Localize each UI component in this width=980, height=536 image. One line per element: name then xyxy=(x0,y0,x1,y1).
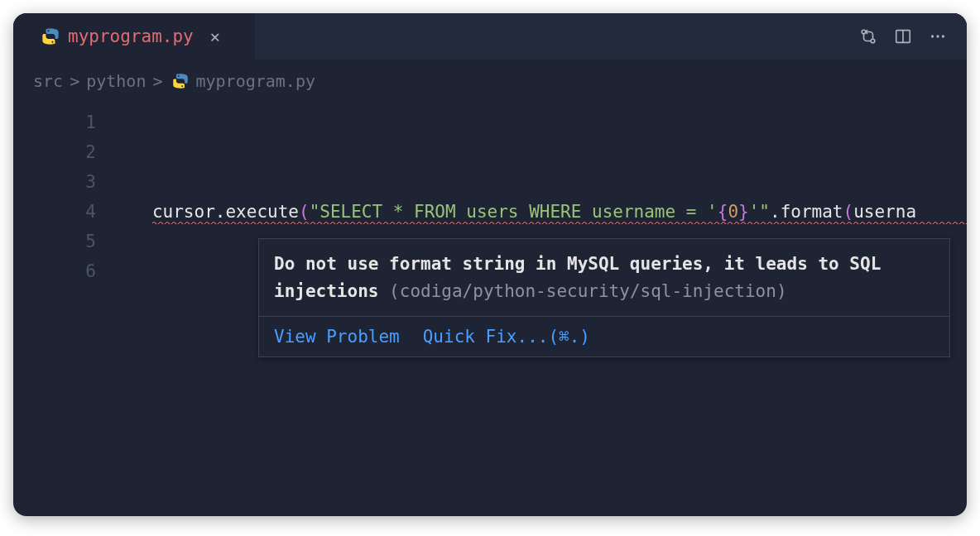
chevron-right-icon: > xyxy=(70,71,79,91)
problem-actions: View Problem Quick Fix...(⌘.) xyxy=(259,317,949,357)
code-line-1[interactable] xyxy=(121,108,967,137)
close-icon[interactable]: ✕ xyxy=(207,28,223,45)
tab-filename: myprogram.py xyxy=(68,26,194,46)
breadcrumb: src > python > myprogram.py xyxy=(13,60,967,98)
line-number: 6 xyxy=(13,256,96,286)
svg-point-6 xyxy=(942,35,944,37)
breadcrumb-item-file[interactable]: myprogram.py xyxy=(195,71,315,91)
quick-fix-link[interactable]: Quick Fix...(⌘.) xyxy=(423,327,590,347)
line-number: 4 xyxy=(13,197,96,227)
view-problem-link[interactable]: View Problem xyxy=(274,327,400,347)
chevron-right-icon: > xyxy=(152,71,162,91)
more-actions-icon[interactable] xyxy=(929,27,947,45)
line-gutter: 1 2 3 4 5 6 xyxy=(13,108,121,286)
breadcrumb-item-python[interactable]: python xyxy=(86,71,146,91)
file-tab[interactable]: myprogram.py ✕ xyxy=(26,13,238,60)
python-icon xyxy=(41,27,60,45)
line-number: 1 xyxy=(13,108,96,137)
toolbar-right xyxy=(839,13,967,60)
editor-area[interactable]: 1 2 3 4 5 6 cursor.execute("SELECT * FRO… xyxy=(13,98,967,286)
problem-hover-tooltip: Do not use format string in MySQL querie… xyxy=(258,238,950,357)
line-number: 2 xyxy=(13,137,96,167)
error-squiggle xyxy=(152,221,967,224)
code-line-3[interactable] xyxy=(121,167,967,197)
code-line-2[interactable] xyxy=(121,137,967,167)
svg-point-5 xyxy=(936,35,939,37)
problem-message: Do not use format string in MySQL querie… xyxy=(259,239,949,317)
editor-window: myprogram.py ✕ xyxy=(13,13,967,516)
problem-rule-id: (codiga/python-security/sql-injection) xyxy=(389,281,786,301)
svg-point-4 xyxy=(931,35,934,37)
breadcrumb-item-src[interactable]: src xyxy=(33,71,63,91)
line-number: 3 xyxy=(13,167,96,197)
tab-bar: myprogram.py ✕ xyxy=(13,13,967,60)
python-icon xyxy=(172,73,189,89)
compare-changes-icon[interactable] xyxy=(859,27,877,45)
svg-point-1 xyxy=(871,39,875,43)
code-line-4[interactable]: cursor.execute("SELECT * FROM users WHER… xyxy=(121,197,967,227)
tab-spacer xyxy=(255,13,839,60)
split-editor-icon[interactable] xyxy=(894,27,912,45)
line-number: 5 xyxy=(13,227,96,256)
